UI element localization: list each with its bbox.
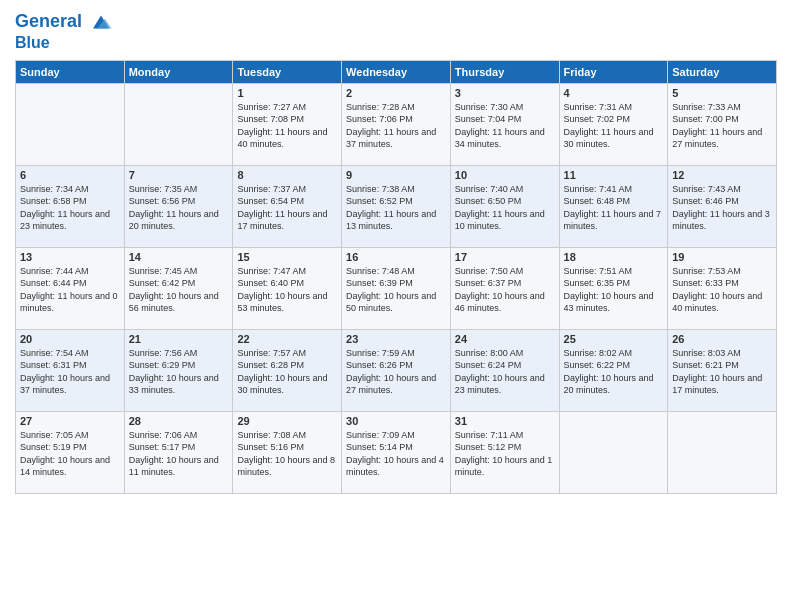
day-info: Sunrise: 7:06 AMSunset: 5:17 PMDaylight:… (129, 429, 229, 479)
calendar-cell: 21Sunrise: 7:56 AMSunset: 6:29 PMDayligh… (124, 329, 233, 411)
calendar-cell: 30Sunrise: 7:09 AMSunset: 5:14 PMDayligh… (342, 411, 451, 493)
day-info: Sunrise: 8:03 AMSunset: 6:21 PMDaylight:… (672, 347, 772, 397)
calendar-cell (16, 83, 125, 165)
calendar-cell: 3Sunrise: 7:30 AMSunset: 7:04 PMDaylight… (450, 83, 559, 165)
day-number: 30 (346, 415, 446, 427)
day-number: 12 (672, 169, 772, 181)
day-info: Sunrise: 7:35 AMSunset: 6:56 PMDaylight:… (129, 183, 229, 233)
day-info: Sunrise: 7:09 AMSunset: 5:14 PMDaylight:… (346, 429, 446, 479)
day-number: 7 (129, 169, 229, 181)
logo-blue: Blue (15, 34, 113, 52)
day-info: Sunrise: 7:31 AMSunset: 7:02 PMDaylight:… (564, 101, 664, 151)
calendar-cell: 6Sunrise: 7:34 AMSunset: 6:58 PMDaylight… (16, 165, 125, 247)
day-info: Sunrise: 7:38 AMSunset: 6:52 PMDaylight:… (346, 183, 446, 233)
day-number: 19 (672, 251, 772, 263)
week-row-3: 13Sunrise: 7:44 AMSunset: 6:44 PMDayligh… (16, 247, 777, 329)
calendar-cell: 28Sunrise: 7:06 AMSunset: 5:17 PMDayligh… (124, 411, 233, 493)
day-number: 17 (455, 251, 555, 263)
calendar-cell: 2Sunrise: 7:28 AMSunset: 7:06 PMDaylight… (342, 83, 451, 165)
logo: General Blue (15, 10, 113, 52)
calendar-cell: 20Sunrise: 7:54 AMSunset: 6:31 PMDayligh… (16, 329, 125, 411)
day-info: Sunrise: 7:57 AMSunset: 6:28 PMDaylight:… (237, 347, 337, 397)
calendar-cell: 19Sunrise: 7:53 AMSunset: 6:33 PMDayligh… (668, 247, 777, 329)
calendar-cell: 25Sunrise: 8:02 AMSunset: 6:22 PMDayligh… (559, 329, 668, 411)
day-number: 26 (672, 333, 772, 345)
day-number: 14 (129, 251, 229, 263)
calendar-cell: 23Sunrise: 7:59 AMSunset: 6:26 PMDayligh… (342, 329, 451, 411)
calendar-cell: 9Sunrise: 7:38 AMSunset: 6:52 PMDaylight… (342, 165, 451, 247)
col-header-sunday: Sunday (16, 60, 125, 83)
day-number: 4 (564, 87, 664, 99)
day-number: 22 (237, 333, 337, 345)
day-info: Sunrise: 7:44 AMSunset: 6:44 PMDaylight:… (20, 265, 120, 315)
day-info: Sunrise: 7:53 AMSunset: 6:33 PMDaylight:… (672, 265, 772, 315)
day-number: 9 (346, 169, 446, 181)
day-info: Sunrise: 7:48 AMSunset: 6:39 PMDaylight:… (346, 265, 446, 315)
day-number: 15 (237, 251, 337, 263)
calendar-header-row: SundayMondayTuesdayWednesdayThursdayFrid… (16, 60, 777, 83)
day-number: 28 (129, 415, 229, 427)
col-header-friday: Friday (559, 60, 668, 83)
calendar-table: SundayMondayTuesdayWednesdayThursdayFrid… (15, 60, 777, 494)
col-header-wednesday: Wednesday (342, 60, 451, 83)
day-number: 21 (129, 333, 229, 345)
day-number: 3 (455, 87, 555, 99)
day-info: Sunrise: 7:28 AMSunset: 7:06 PMDaylight:… (346, 101, 446, 151)
day-info: Sunrise: 7:41 AMSunset: 6:48 PMDaylight:… (564, 183, 664, 233)
day-number: 16 (346, 251, 446, 263)
calendar-cell: 11Sunrise: 7:41 AMSunset: 6:48 PMDayligh… (559, 165, 668, 247)
day-info: Sunrise: 7:27 AMSunset: 7:08 PMDaylight:… (237, 101, 337, 151)
calendar-cell: 7Sunrise: 7:35 AMSunset: 6:56 PMDaylight… (124, 165, 233, 247)
calendar-cell: 15Sunrise: 7:47 AMSunset: 6:40 PMDayligh… (233, 247, 342, 329)
col-header-tuesday: Tuesday (233, 60, 342, 83)
logo-icon (89, 10, 113, 34)
calendar-cell: 17Sunrise: 7:50 AMSunset: 6:37 PMDayligh… (450, 247, 559, 329)
week-row-4: 20Sunrise: 7:54 AMSunset: 6:31 PMDayligh… (16, 329, 777, 411)
day-info: Sunrise: 7:11 AMSunset: 5:12 PMDaylight:… (455, 429, 555, 479)
day-info: Sunrise: 7:50 AMSunset: 6:37 PMDaylight:… (455, 265, 555, 315)
calendar-cell: 14Sunrise: 7:45 AMSunset: 6:42 PMDayligh… (124, 247, 233, 329)
header: General Blue (15, 10, 777, 52)
day-info: Sunrise: 7:40 AMSunset: 6:50 PMDaylight:… (455, 183, 555, 233)
calendar-cell: 16Sunrise: 7:48 AMSunset: 6:39 PMDayligh… (342, 247, 451, 329)
day-number: 25 (564, 333, 664, 345)
calendar-cell: 22Sunrise: 7:57 AMSunset: 6:28 PMDayligh… (233, 329, 342, 411)
calendar-cell (668, 411, 777, 493)
calendar-cell: 10Sunrise: 7:40 AMSunset: 6:50 PMDayligh… (450, 165, 559, 247)
day-number: 8 (237, 169, 337, 181)
calendar-cell: 27Sunrise: 7:05 AMSunset: 5:19 PMDayligh… (16, 411, 125, 493)
calendar-cell: 29Sunrise: 7:08 AMSunset: 5:16 PMDayligh… (233, 411, 342, 493)
calendar-cell: 1Sunrise: 7:27 AMSunset: 7:08 PMDaylight… (233, 83, 342, 165)
day-number: 29 (237, 415, 337, 427)
col-header-thursday: Thursday (450, 60, 559, 83)
calendar-cell (124, 83, 233, 165)
day-number: 10 (455, 169, 555, 181)
day-info: Sunrise: 7:30 AMSunset: 7:04 PMDaylight:… (455, 101, 555, 151)
day-number: 1 (237, 87, 337, 99)
day-info: Sunrise: 7:08 AMSunset: 5:16 PMDaylight:… (237, 429, 337, 479)
day-info: Sunrise: 7:56 AMSunset: 6:29 PMDaylight:… (129, 347, 229, 397)
day-number: 5 (672, 87, 772, 99)
day-info: Sunrise: 7:59 AMSunset: 6:26 PMDaylight:… (346, 347, 446, 397)
day-info: Sunrise: 7:34 AMSunset: 6:58 PMDaylight:… (20, 183, 120, 233)
day-info: Sunrise: 7:37 AMSunset: 6:54 PMDaylight:… (237, 183, 337, 233)
day-info: Sunrise: 8:02 AMSunset: 6:22 PMDaylight:… (564, 347, 664, 397)
day-number: 6 (20, 169, 120, 181)
calendar-body: 1Sunrise: 7:27 AMSunset: 7:08 PMDaylight… (16, 83, 777, 493)
col-header-saturday: Saturday (668, 60, 777, 83)
day-info: Sunrise: 7:33 AMSunset: 7:00 PMDaylight:… (672, 101, 772, 151)
calendar-cell: 5Sunrise: 7:33 AMSunset: 7:00 PMDaylight… (668, 83, 777, 165)
calendar-cell: 12Sunrise: 7:43 AMSunset: 6:46 PMDayligh… (668, 165, 777, 247)
day-number: 11 (564, 169, 664, 181)
day-info: Sunrise: 7:47 AMSunset: 6:40 PMDaylight:… (237, 265, 337, 315)
day-info: Sunrise: 8:00 AMSunset: 6:24 PMDaylight:… (455, 347, 555, 397)
calendar-cell: 26Sunrise: 8:03 AMSunset: 6:21 PMDayligh… (668, 329, 777, 411)
calendar-cell: 31Sunrise: 7:11 AMSunset: 5:12 PMDayligh… (450, 411, 559, 493)
day-info: Sunrise: 7:05 AMSunset: 5:19 PMDaylight:… (20, 429, 120, 479)
day-info: Sunrise: 7:45 AMSunset: 6:42 PMDaylight:… (129, 265, 229, 315)
day-number: 23 (346, 333, 446, 345)
calendar-cell: 24Sunrise: 8:00 AMSunset: 6:24 PMDayligh… (450, 329, 559, 411)
day-info: Sunrise: 7:43 AMSunset: 6:46 PMDaylight:… (672, 183, 772, 233)
calendar-cell: 18Sunrise: 7:51 AMSunset: 6:35 PMDayligh… (559, 247, 668, 329)
logo-text: General (15, 10, 113, 34)
